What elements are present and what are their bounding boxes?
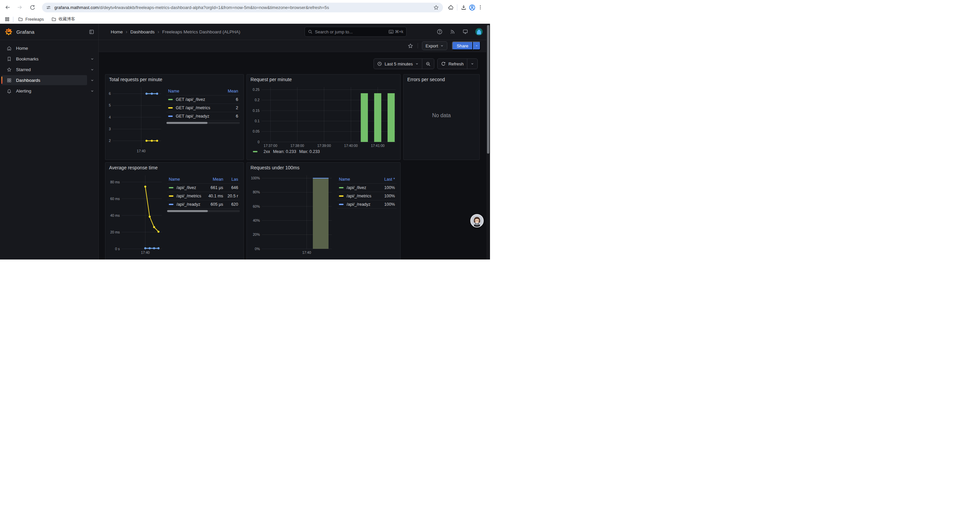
legend-column-header[interactable]: Name — [167, 177, 205, 184]
svg-text:17:38:00: 17:38:00 — [291, 144, 304, 148]
request-per-minute-chart: 0.250.20.150.10.05017:37:0017:38:0017:39… — [250, 85, 398, 149]
sidebar-item-bookmarks[interactable]: Bookmarks — [2, 54, 97, 64]
scrollbar-thumb[interactable] — [487, 25, 489, 153]
sidebar-item-dashboards[interactable]: Dashboards — [2, 75, 97, 85]
legend-row[interactable]: /api/_/livez100% — [337, 184, 396, 192]
breadcrumb-home[interactable]: Home — [111, 29, 123, 34]
svg-text:0.2: 0.2 — [255, 98, 259, 102]
sidebar-item-starred[interactable]: Starred — [2, 64, 97, 75]
table-hscrollbar[interactable] — [167, 122, 240, 124]
legend-2xx[interactable]: 2xx Mean: 0.233 Max: 0.233 — [250, 149, 398, 154]
dashboard-content: Last 5 minutes Refresh — [99, 52, 490, 260]
forward-icon[interactable] — [15, 2, 25, 12]
legend-column-header[interactable]: Mean — [223, 89, 240, 96]
legend-row[interactable]: /api/_/readyz100% — [337, 200, 396, 209]
avg-response-time-chart: 80 ms60 ms40 ms20 ms0 s17:40 — [107, 172, 164, 256]
refresh-button[interactable]: Refresh — [438, 59, 467, 69]
share-menu-button[interactable] — [473, 42, 480, 50]
help-icon[interactable] — [437, 29, 442, 35]
url-bar[interactable]: grafana.mathmast.com/d/deytv4rwavabkb/fr… — [42, 3, 443, 12]
legend-column-header[interactable]: Las — [225, 177, 240, 184]
table-hscrollbar-thumb[interactable] — [167, 210, 208, 212]
share-button[interactable]: Share — [452, 42, 473, 50]
legend-column-header[interactable]: Name — [167, 89, 223, 96]
panel-title[interactable]: Total requests per minute — [109, 77, 162, 82]
news-rss-icon[interactable] — [450, 29, 455, 35]
home-icon — [7, 46, 12, 51]
time-range-picker[interactable]: Last 5 minutes — [374, 59, 422, 69]
legend-row[interactable]: /api/_/metrics100% — [337, 192, 396, 200]
breadcrumb-dashboards[interactable]: Dashboards — [130, 29, 155, 34]
svg-text:6: 6 — [109, 91, 111, 96]
refresh-interval-button[interactable] — [467, 59, 477, 69]
legend-column-header[interactable]: Name — [337, 177, 380, 184]
user-avatar[interactable] — [475, 28, 483, 35]
refresh-icon — [441, 61, 445, 66]
panel-title[interactable]: Requests under 100ms — [250, 165, 299, 170]
legend-column-header[interactable]: Last * — [380, 177, 396, 184]
page-scrollbar[interactable] — [486, 24, 490, 260]
grafana-app: Grafana Home › Dashboards › Freeleaps Me… — [0, 24, 490, 260]
zoom-out-icon — [426, 61, 431, 67]
legend-column-header[interactable]: Mean — [205, 177, 225, 184]
panel-title[interactable]: Average response time — [109, 165, 158, 170]
dashboards-grid-icon — [7, 78, 12, 83]
extensions-icon[interactable] — [448, 4, 453, 10]
downloads-icon[interactable] — [461, 4, 467, 10]
sidebar-item-home[interactable]: Home — [2, 43, 97, 53]
table-hscrollbar[interactable] — [167, 210, 240, 212]
panel-total-requests[interactable]: Total requests per minute 6543217:40 Nam… — [105, 74, 244, 160]
assistant-avatar-widget[interactable] — [470, 214, 484, 227]
bookmark-star-icon[interactable] — [433, 5, 439, 10]
chevron-down-icon[interactable] — [87, 68, 97, 72]
breadcrumb: Home › Dashboards › Freeleaps Metrics Da… — [111, 29, 240, 34]
chevron-down-icon[interactable] — [87, 57, 97, 61]
breadcrumb-separator: › — [126, 29, 127, 34]
star-icon — [7, 67, 12, 72]
panel-title[interactable]: Errors per second — [407, 77, 445, 82]
clock-icon — [377, 61, 382, 66]
table-hscrollbar-thumb[interactable] — [167, 122, 207, 124]
svg-text:20 ms: 20 ms — [110, 230, 120, 234]
search-input[interactable]: Search or jump to... ⌘+k — [305, 27, 407, 37]
reload-icon[interactable] — [27, 2, 37, 12]
dock-menu-icon[interactable] — [89, 29, 94, 35]
bell-icon — [7, 88, 12, 94]
chevron-down-icon[interactable] — [87, 78, 97, 82]
legend-row[interactable]: GET /api/_/livez6 — [167, 96, 240, 104]
bookmark-folder-blogs[interactable]: 收藏博客 — [51, 16, 75, 22]
chevron-down-icon[interactable] — [87, 89, 97, 93]
legend-row[interactable]: /api/_/metrics40.1 ms20.5 r — [167, 192, 240, 200]
grafana-topbar: Grafana Home › Dashboards › Freeleaps Me… — [0, 24, 490, 40]
profile-icon[interactable] — [469, 4, 476, 11]
legend-row[interactable]: /api/_/readyz605 µs620 — [167, 200, 240, 209]
apps-grid-icon[interactable] — [5, 17, 10, 22]
export-button[interactable]: Export — [422, 42, 448, 50]
back-icon[interactable] — [3, 2, 13, 12]
star-dashboard-icon[interactable] — [406, 42, 415, 50]
url-text: grafana.mathmast.com/d/deytv4rwavabkb/fr… — [54, 5, 329, 10]
legend-table: NameMeanGET /api/_/livez6GET /api/_/metr… — [167, 89, 240, 154]
svg-text:0.25: 0.25 — [253, 88, 260, 91]
kiosk-monitor-icon[interactable] — [462, 29, 468, 35]
series-swatch — [168, 115, 173, 117]
zoom-out-button[interactable] — [422, 59, 434, 69]
legend-row[interactable]: /api/_/livez661 µs646 — [167, 184, 240, 192]
panel-errors-per-second[interactable]: Errors per second No data — [403, 74, 480, 160]
keyboard-icon — [388, 30, 394, 34]
panel-requests-under-100ms[interactable]: Requests under 100ms 100%80%60%40%20%0%1… — [247, 162, 401, 260]
svg-text:80%: 80% — [253, 190, 260, 194]
time-range-group: Last 5 minutes — [374, 58, 434, 69]
panel-request-per-minute[interactable]: Request per minute 0.250.20.150.10.05017… — [247, 74, 401, 160]
panel-avg-response-time[interactable]: Average response time 80 ms60 ms40 ms20 … — [105, 162, 244, 260]
legend-row[interactable]: GET /api/_/metrics2 — [167, 104, 240, 112]
panel-title[interactable]: Request per minute — [250, 77, 292, 82]
sidebar-item-alerting[interactable]: Alerting — [2, 86, 97, 96]
menu-kebab-icon[interactable] — [478, 5, 483, 10]
search-icon — [308, 29, 313, 34]
bookmark-folder-freeleaps[interactable]: Freeleaps — [18, 17, 44, 22]
requests-under-100ms-chart: 100%80%60%40%20%0%17:40 — [248, 172, 334, 256]
site-settings-icon[interactable] — [46, 5, 51, 10]
series-swatch — [168, 107, 173, 109]
legend-row[interactable]: GET /api/_/readyz6 — [167, 112, 240, 121]
